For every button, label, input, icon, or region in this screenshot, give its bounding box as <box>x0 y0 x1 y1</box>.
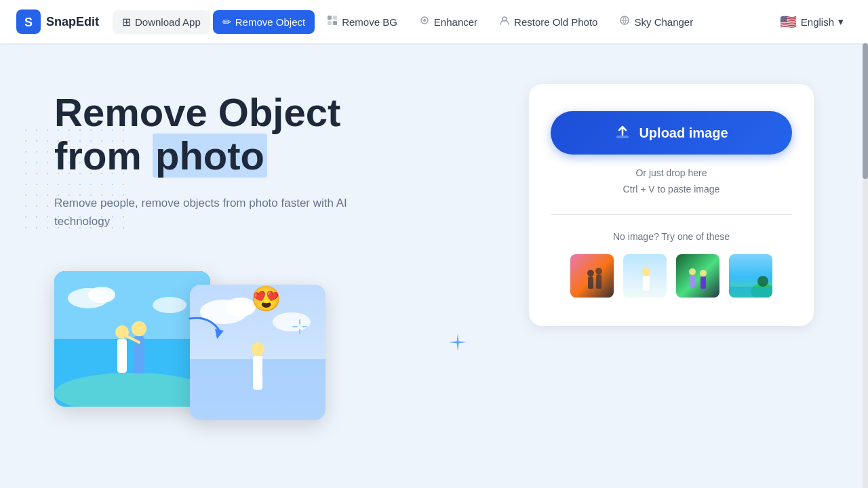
preview-area: 😍 <box>54 271 502 420</box>
nav-item-download-app[interactable]: ⊞ Download App <box>113 10 210 34</box>
upload-icon <box>614 125 631 141</box>
scrollbar[interactable] <box>863 43 868 488</box>
upload-hint: Or just drop here Ctrl + V to paste imag… <box>623 165 720 198</box>
title-highlight: photo <box>153 134 267 178</box>
sky-changer-icon <box>619 15 630 28</box>
hint-line2: Ctrl + V to paste image <box>623 184 720 195</box>
svg-point-35 <box>587 270 594 277</box>
nav-item-sky-changer[interactable]: Sky Changer <box>610 9 703 34</box>
svg-point-43 <box>689 268 696 275</box>
flag-icon: 🇺🇸 <box>780 14 797 30</box>
svg-point-7 <box>423 19 426 22</box>
divider <box>551 214 792 215</box>
svg-rect-2 <box>328 16 332 20</box>
nav-item-remove-object[interactable]: ✏ Remove Object <box>213 10 315 34</box>
nav-item-download-app-label: Download App <box>135 16 201 28</box>
emoji-decoration: 😍 <box>251 285 281 313</box>
title-line1: Remove Object <box>54 90 340 134</box>
svg-point-14 <box>88 287 115 303</box>
download-app-icon: ⊞ <box>122 16 131 28</box>
chevron-down-icon: ▾ <box>838 16 844 28</box>
sample-4-svg <box>729 254 774 299</box>
sample-2-svg <box>623 254 668 299</box>
sample-image-2[interactable] <box>622 253 668 299</box>
svg-rect-17 <box>117 339 127 373</box>
hint-line1: Or just drop here <box>635 167 707 178</box>
svg-rect-41 <box>643 276 650 291</box>
hero-section: Remove Object from photo Remove people, … <box>54 84 502 461</box>
sparkle-lines-svg <box>292 319 308 335</box>
upload-image-button[interactable]: Upload image <box>551 111 792 155</box>
svg-point-40 <box>642 268 650 276</box>
remove-bg-icon <box>327 15 338 28</box>
language-label: English <box>801 16 834 28</box>
hero-subtitle: Remove people, remove objects from photo… <box>54 194 393 230</box>
svg-point-45 <box>700 270 707 277</box>
nav-item-remove-object-label: Remove Object <box>235 16 305 28</box>
enhancer-icon <box>419 15 430 28</box>
sample-images <box>569 253 774 299</box>
nav-item-restore-label: Restore Old Photo <box>514 16 597 28</box>
svg-point-27 <box>251 342 264 356</box>
svg-rect-46 <box>701 277 706 289</box>
title-from: from <box>54 134 153 178</box>
svg-rect-44 <box>690 275 695 287</box>
sparkle-svg <box>448 332 468 352</box>
nav-item-enhancer-label: Enhancer <box>434 16 477 28</box>
svg-rect-38 <box>596 274 601 289</box>
logo[interactable]: S SnapEdit <box>16 9 99 34</box>
try-label: No image? Try one of these <box>613 231 730 242</box>
logo-icon: S <box>16 9 41 34</box>
main-content: Remove Object from photo Remove people, … <box>0 43 868 488</box>
upload-image-label: Upload image <box>639 125 728 141</box>
svg-rect-36 <box>588 277 593 289</box>
svg-point-49 <box>757 276 768 287</box>
language-selector[interactable]: 🇺🇸 English ▾ <box>772 8 852 35</box>
svg-text:S: S <box>24 16 33 29</box>
sample-image-4[interactable] <box>728 253 774 299</box>
nav-item-sky-changer-label: Sky Changer <box>634 16 693 28</box>
svg-rect-28 <box>253 356 262 390</box>
upload-card: Upload image Or just drop here Ctrl + V … <box>529 84 814 326</box>
header: S SnapEdit ⊞ Download App ✏ Remove Objec… <box>0 0 868 43</box>
main-nav: ⊞ Download App ✏ Remove Object Remove BG <box>113 9 766 34</box>
svg-rect-4 <box>328 21 332 25</box>
nav-item-enhancer[interactable]: Enhancer <box>410 9 487 34</box>
sample-image-3[interactable] <box>675 253 721 299</box>
sparkle-lines-decoration <box>292 319 308 338</box>
svg-point-15 <box>153 297 186 313</box>
svg-rect-3 <box>333 16 337 20</box>
nav-item-remove-bg-label: Remove BG <box>342 16 397 28</box>
svg-rect-50 <box>729 287 774 299</box>
svg-rect-33 <box>616 136 629 138</box>
title-line2: from photo <box>54 134 267 178</box>
sample-image-1[interactable] <box>569 253 615 299</box>
sparkle-decoration <box>448 332 468 355</box>
svg-rect-5 <box>333 21 337 25</box>
sample-3-svg <box>676 254 721 299</box>
svg-marker-21 <box>215 329 224 339</box>
upload-panel: Upload image Or just drop here Ctrl + V … <box>529 84 814 461</box>
svg-point-37 <box>595 268 602 274</box>
sample-1-svg <box>570 254 615 299</box>
svg-rect-34 <box>570 254 615 299</box>
restore-icon <box>499 15 510 28</box>
svg-rect-42 <box>676 254 721 299</box>
nav-item-restore[interactable]: Restore Old Photo <box>490 9 607 34</box>
svg-point-18 <box>132 321 146 336</box>
nav-item-remove-bg[interactable]: Remove BG <box>317 9 407 34</box>
hero-title: Remove Object from photo <box>54 91 502 178</box>
arrow-svg <box>186 312 227 346</box>
logo-text: SnapEdit <box>46 15 99 29</box>
arrow-decoration <box>186 312 227 352</box>
remove-object-icon: ✏ <box>222 16 231 28</box>
scrollbar-thumb[interactable] <box>863 43 868 179</box>
